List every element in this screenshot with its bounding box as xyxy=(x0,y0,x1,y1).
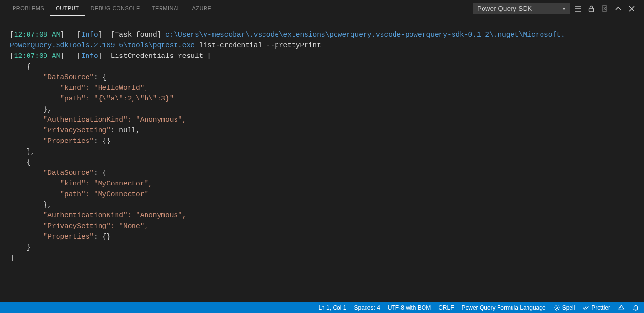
output-channel-select[interactable]: Power Query SDK ▾ xyxy=(473,3,570,14)
timestamp: 12:07:08 AM xyxy=(14,31,60,39)
chevron-down-icon: ▾ xyxy=(563,6,566,11)
svg-rect-0 xyxy=(589,8,594,12)
collapse-panel-icon[interactable] xyxy=(613,3,624,14)
tab-terminal[interactable]: TERMINAL xyxy=(146,1,187,15)
json-key: "DataSource" xyxy=(10,169,94,177)
list-icon[interactable] xyxy=(572,3,583,14)
json-key: "AuthenticationKind" xyxy=(10,116,128,124)
status-prettier[interactable]: Prettier xyxy=(583,304,610,311)
panel-tabs: PROBLEMS OUTPUT DEBUG CONSOLE TERMINAL A… xyxy=(0,0,644,17)
status-spell[interactable]: Spell xyxy=(554,304,575,311)
json-key: "PrivacySetting" xyxy=(10,127,111,134)
status-spaces[interactable]: Spaces: 4 xyxy=(354,304,380,311)
close-panel-icon[interactable] xyxy=(627,3,637,14)
json-key: "path" xyxy=(10,95,86,102)
tab-output[interactable]: OUTPUT xyxy=(50,1,85,16)
output-channel-label: Power Query SDK xyxy=(477,5,532,12)
json-key: "path" xyxy=(10,190,86,198)
status-bell-icon[interactable] xyxy=(632,304,639,311)
log-level: Info xyxy=(81,31,98,39)
json-key: "AuthenticationKind" xyxy=(10,212,128,219)
tab-debug-console[interactable]: DEBUG CONSOLE xyxy=(85,1,146,15)
json-key: "kind" xyxy=(10,180,86,187)
log-level-2: Info xyxy=(81,52,98,60)
gear-icon xyxy=(554,304,560,311)
json-key: "kind" xyxy=(10,84,86,92)
output-content[interactable]: [12:07:08 AM] [Info] [Task found] c:\Use… xyxy=(0,17,644,274)
exe-command: list-credential --prettyPrint xyxy=(199,42,321,49)
json-key: "Properties" xyxy=(10,137,94,145)
tab-problems[interactable]: PROBLEMS xyxy=(7,1,50,15)
status-encoding[interactable]: UTF-8 with BOM xyxy=(388,304,431,311)
json-key: "PrivacySetting" xyxy=(10,222,111,230)
double-check-icon xyxy=(583,304,589,311)
result-label: ListCredentials result [ xyxy=(111,52,212,60)
clear-output-icon[interactable] xyxy=(600,3,610,14)
json-key: "DataSource" xyxy=(10,73,94,81)
text-cursor xyxy=(10,263,10,272)
status-bar: Ln 1, Col 1 Spaces: 4 UTF-8 with BOM CRL… xyxy=(0,302,644,313)
tab-azure[interactable]: AZURE xyxy=(186,1,217,15)
lock-icon[interactable] xyxy=(586,3,597,14)
timestamp-2: 12:07:09 AM xyxy=(14,52,60,60)
status-eol[interactable]: CRLF xyxy=(439,304,454,311)
status-language[interactable]: Power Query Formula Language xyxy=(462,304,546,311)
exe-path-b: PowerQuery.SdkTools.2.109.6\tools\pqtest… xyxy=(10,42,195,49)
json-line: { xyxy=(10,63,31,71)
status-feedback-icon[interactable] xyxy=(618,304,625,311)
json-key: "Properties" xyxy=(10,233,94,241)
svg-point-2 xyxy=(556,307,558,309)
panel-tab-actions: Power Query SDK ▾ xyxy=(473,3,637,14)
task-label: Task found xyxy=(115,31,157,39)
status-cursor-pos[interactable]: Ln 1, Col 1 xyxy=(318,304,346,311)
exe-path-a: c:\Users\v-mescobar\.vscode\extensions\p… xyxy=(165,31,565,39)
